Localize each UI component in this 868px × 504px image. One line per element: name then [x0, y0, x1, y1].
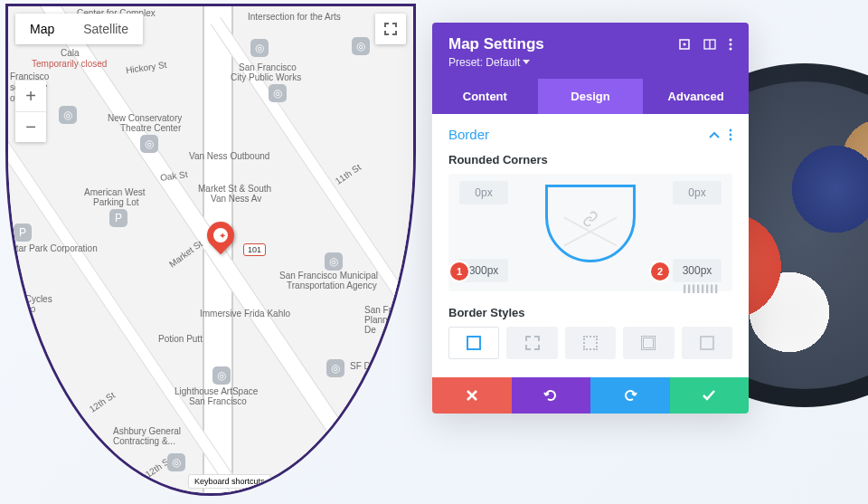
- map-poi-label: Ashbury General: [113, 426, 181, 436]
- map-poi-label: Market St & South: [198, 184, 271, 194]
- map-poi-label: San Francisco: [239, 62, 297, 72]
- corner-top-left-input[interactable]: [459, 181, 508, 204]
- marker-icon: ✦: [219, 231, 226, 241]
- map-container[interactable]: Center for Complex Intersection for the …: [5, 4, 416, 496]
- map-poi-label: New Conservatory: [108, 113, 182, 123]
- border-style-icon: [700, 336, 714, 350]
- map-poi-label: San Francis: [364, 305, 412, 315]
- map-poi-icon: ◎: [59, 106, 77, 124]
- undo-icon: [543, 388, 558, 403]
- zoom-out-button[interactable]: −: [15, 111, 46, 142]
- corner-bottom-right-input[interactable]: [673, 259, 722, 282]
- keyboard-shortcuts-link[interactable]: Keyboard shortcuts: [189, 475, 270, 488]
- border-style-icon: [583, 336, 598, 350]
- zoom-controls: + −: [15, 81, 46, 142]
- map-poi-icon: P: [109, 209, 127, 227]
- chevron-down-icon: [523, 60, 530, 65]
- map-poi-label: SF DBI: [350, 361, 379, 371]
- border-style-dashed[interactable]: [506, 327, 557, 359]
- zoom-in-button[interactable]: +: [15, 81, 46, 111]
- map-poi-label: Lighthouse ArtSpace: [175, 386, 258, 396]
- check-icon: [702, 389, 716, 402]
- map-poi-label: Transportation Agency: [287, 281, 377, 290]
- map-poi-label: San Francisco: [189, 396, 247, 406]
- map-poi-icon: ◎: [325, 252, 343, 271]
- map-canvas[interactable]: Center for Complex Intersection for the …: [8, 6, 413, 493]
- panel-tabs: Content Design Advanced: [432, 79, 749, 114]
- cancel-button[interactable]: [432, 377, 512, 414]
- corner-top-right-input[interactable]: [673, 181, 722, 204]
- svg-point-7: [730, 128, 732, 131]
- value-slider-icon[interactable]: ▍▍▍▍▍▍▍▍: [684, 285, 720, 293]
- map-poi-label: San Francisco Municipal: [279, 271, 378, 281]
- border-style-icon: [525, 336, 540, 350]
- panel-title: Map Settings: [448, 35, 544, 53]
- redo-icon: [623, 388, 637, 403]
- undo-button[interactable]: [512, 377, 591, 414]
- svg-point-8: [730, 133, 732, 136]
- border-style-double[interactable]: [623, 327, 674, 359]
- map-poi-icon: ◎: [212, 366, 231, 385]
- kebab-menu-icon[interactable]: [729, 38, 732, 51]
- map-road: [210, 17, 416, 496]
- map-poi-label: Van Ness Outbound: [189, 151, 269, 161]
- panel-header[interactable]: Map Settings Preset: Default: [432, 23, 749, 79]
- preset-label: Preset: Default: [448, 56, 520, 69]
- border-style-dotted[interactable]: [565, 327, 616, 359]
- rounded-corners-label: Rounded Corners: [448, 153, 732, 166]
- svg-point-6: [730, 48, 732, 51]
- tab-content[interactable]: Content: [432, 79, 538, 114]
- map-poi-icon: ◎: [326, 359, 344, 377]
- columns-icon[interactable]: [703, 38, 716, 51]
- border-styles-options: [448, 327, 732, 359]
- callout-badge-1: 1: [450, 262, 468, 281]
- callout-badge-2: 2: [651, 262, 669, 281]
- map-poi-label: Immersive Frida Kahlo: [200, 309, 290, 319]
- map-poi-label: Contracting &...: [113, 436, 175, 446]
- link-icon[interactable]: [582, 211, 599, 227]
- redo-button[interactable]: [590, 377, 670, 414]
- map-poi-label: Planning De: [364, 315, 413, 335]
- kebab-menu-icon[interactable]: [729, 128, 732, 141]
- map-street-label: 11th St: [334, 162, 363, 186]
- panel-action-bar: [432, 377, 749, 414]
- map-type-satellite[interactable]: Satellite: [69, 14, 143, 44]
- save-button[interactable]: [670, 377, 750, 414]
- map-poi-label: Star Park Corporation: [10, 243, 98, 253]
- border-style-groove[interactable]: [682, 327, 732, 359]
- map-poi-label: ncisco: [10, 304, 35, 314]
- map-poi-label: Parking Lot: [93, 197, 139, 207]
- svg-point-5: [730, 43, 732, 46]
- map-poi-label: Cala: [61, 48, 80, 58]
- map-street-label: Hickory St: [125, 60, 167, 75]
- section-title-border[interactable]: Border: [448, 127, 489, 142]
- map-street-label: Market St: [167, 238, 204, 269]
- map-poi-icon: ◎: [269, 84, 287, 102]
- map-poi-icon: P: [14, 223, 32, 242]
- expand-icon[interactable]: [678, 38, 691, 51]
- fullscreen-button[interactable]: [375, 14, 406, 44]
- preset-dropdown[interactable]: Preset: Default: [448, 56, 530, 69]
- border-section: Border Rounded Corners 1 2 ▍▍▍▍▍▍▍▍ Bord…: [432, 114, 749, 359]
- map-poi-label: Theatre Center: [120, 123, 181, 133]
- border-style-icon: [641, 336, 656, 350]
- map-poi-icon: ◎: [352, 37, 370, 55]
- map-poi-label: eet Cycles: [10, 294, 52, 304]
- svg-point-9: [730, 138, 732, 140]
- border-styles-label: Border Styles: [448, 306, 732, 319]
- tab-design[interactable]: Design: [538, 79, 644, 114]
- border-style-icon: [467, 336, 481, 350]
- settings-panel: Map Settings Preset: Default Content Des…: [432, 23, 749, 414]
- map-poi-icon: ◎: [140, 135, 158, 153]
- map-type-map[interactable]: Map: [15, 14, 69, 44]
- tab-advanced[interactable]: Advanced: [643, 79, 749, 114]
- map-poi-label: Van Ness Av: [211, 194, 261, 204]
- svg-point-4: [730, 39, 732, 42]
- map-poi-label: Intersection for the Arts: [248, 12, 341, 22]
- chevron-up-icon[interactable]: [709, 131, 720, 138]
- map-poi-icon: ◎: [167, 453, 185, 471]
- svg-point-1: [684, 43, 686, 46]
- map-street-label: 12th St: [88, 390, 117, 414]
- border-style-solid[interactable]: [448, 327, 499, 359]
- map-poi-label: City Public Works: [231, 72, 301, 82]
